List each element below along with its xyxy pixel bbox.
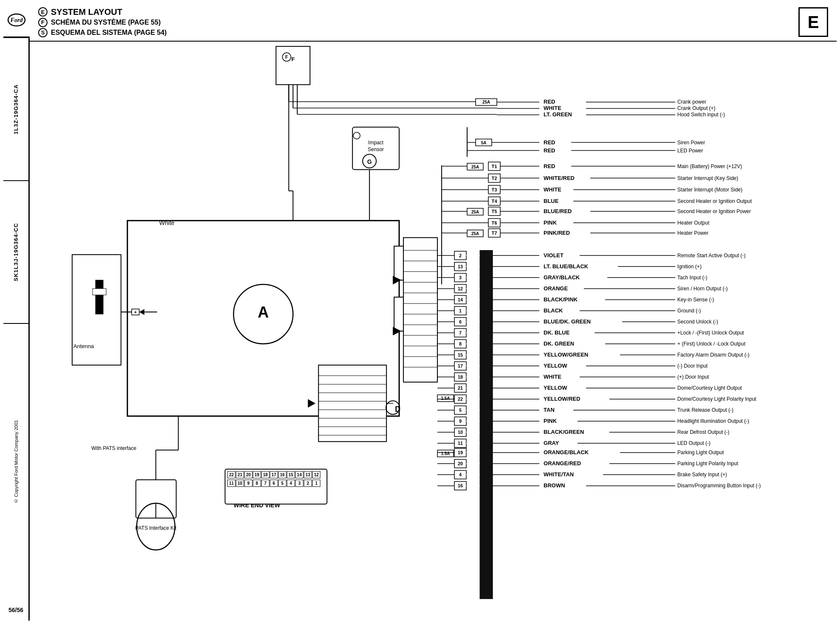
- svg-text:+ (First) Unlock / -Lock Outpu: + (First) Unlock / -Lock Output: [678, 341, 746, 347]
- svg-text:Parking Light Polarity Input: Parking Light Polarity Input: [678, 461, 739, 467]
- svg-text:WHITE: WHITE: [543, 105, 561, 111]
- svg-text:15: 15: [288, 472, 294, 477]
- svg-text:21: 21: [238, 472, 243, 477]
- svg-text:Heater Output: Heater Output: [678, 220, 710, 226]
- svg-text:YELLOW/RED: YELLOW/RED: [543, 396, 580, 402]
- svg-text:Second Heater or Ignition Outp: Second Heater or Ignition Output: [678, 198, 752, 204]
- svg-text:7: 7: [459, 330, 462, 335]
- svg-text:16: 16: [458, 483, 463, 488]
- svg-text:(+) Door Input: (+) Door Input: [678, 374, 709, 380]
- subtitle-s-text: ESQUEMA DEL SISTEMA (PAGE 54): [51, 29, 167, 37]
- svg-text:WHITE/RED: WHITE/RED: [543, 175, 574, 181]
- svg-text:5: 5: [459, 408, 462, 413]
- svg-rect-311: [92, 289, 106, 295]
- svg-text:Heater Power: Heater Power: [678, 230, 708, 236]
- svg-text:PINK/RED: PINK/RED: [543, 230, 570, 236]
- svg-text:Crank Output (+): Crank Output (+): [678, 105, 716, 111]
- svg-text:BLUE/RED: BLUE/RED: [543, 208, 571, 214]
- svg-text:7: 7: [264, 481, 267, 486]
- svg-text:ORANGE: ORANGE: [543, 285, 568, 292]
- svg-text:With PATS interface: With PATS interface: [91, 445, 137, 451]
- svg-text:PINK: PINK: [543, 418, 557, 424]
- svg-text:(-) Door Input: (-) Door Input: [678, 363, 708, 369]
- svg-text:8: 8: [459, 341, 462, 346]
- svg-text:Brake Safety Input (+): Brake Safety Input (+): [678, 472, 727, 478]
- svg-text:GRAY/BLACK: GRAY/BLACK: [543, 274, 580, 281]
- svg-text:1: 1: [459, 308, 462, 313]
- svg-text:DK. GREEN: DK. GREEN: [543, 340, 574, 347]
- svg-text:17: 17: [458, 363, 463, 368]
- circle-e: E: [38, 7, 48, 17]
- svg-text:5: 5: [281, 481, 284, 486]
- svg-text:F: F: [291, 56, 295, 62]
- svg-rect-2: [276, 46, 310, 84]
- svg-text:F: F: [285, 54, 288, 59]
- svg-text:11: 11: [229, 481, 234, 486]
- svg-text:PATS Interface Kit: PATS Interface Kit: [135, 525, 177, 531]
- svg-text:YELLOW/GREEN: YELLOW/GREEN: [543, 351, 588, 358]
- svg-text:PINK: PINK: [543, 219, 557, 226]
- ford-logo: Ford: [3, 3, 30, 37]
- svg-text:Dome/Courtesy Light Polarity I: Dome/Courtesy Light Polarity Input: [678, 396, 757, 402]
- circle-s: S: [38, 28, 48, 37]
- svg-text:25A: 25A: [471, 210, 479, 214]
- svg-text:4: 4: [459, 472, 462, 477]
- svg-text:Hood Switch input (-): Hood Switch input (-): [678, 112, 725, 118]
- svg-text:1.5A: 1.5A: [441, 396, 450, 401]
- svg-text:25A: 25A: [482, 100, 490, 104]
- svg-text:BROWN: BROWN: [543, 482, 565, 489]
- svg-text:Second Unlock (-): Second Unlock (-): [678, 319, 718, 325]
- svg-text:BLACK: BLACK: [543, 307, 563, 314]
- svg-text:ORANGE/RED: ORANGE/RED: [543, 460, 581, 467]
- svg-text:G: G: [367, 158, 372, 165]
- svg-point-324: [353, 132, 360, 139]
- svg-text:Second Heater or Ignition Powe: Second Heater or Ignition Power: [678, 208, 751, 214]
- svg-text:VIOLET: VIOLET: [543, 252, 563, 259]
- svg-text:Ford: Ford: [10, 17, 23, 23]
- svg-text:Siren / Horn Output (-): Siren / Horn Output (-): [678, 286, 728, 292]
- svg-text:12: 12: [314, 472, 319, 477]
- svg-text:BLACK/PINK: BLACK/PINK: [543, 296, 578, 303]
- svg-text:12: 12: [458, 286, 463, 291]
- svg-text:LT. BLUE/BLACK: LT. BLUE/BLACK: [543, 263, 588, 270]
- svg-text:YELLOW: YELLOW: [543, 385, 567, 391]
- svg-text:3: 3: [459, 275, 462, 280]
- svg-text:WHITE/TAN: WHITE/TAN: [543, 471, 574, 478]
- svg-text:BLUE/DK. GREEN: BLUE/DK. GREEN: [543, 318, 591, 325]
- header-subtitle-f: F SCHÉMA DU SYSTÈME (PAGE 55): [38, 18, 798, 27]
- svg-text:22: 22: [229, 472, 234, 477]
- svg-text:WHITE: WHITE: [543, 374, 561, 380]
- svg-text:6: 6: [459, 319, 462, 324]
- header-e-box: E: [798, 7, 828, 37]
- main-content: E SYSTEM LAYOUT F SCHÉMA DU SYSTÈME (PAG…: [30, 3, 837, 621]
- svg-text:20: 20: [458, 461, 463, 466]
- svg-text:+Lock / -(First) Unlock Output: +Lock / -(First) Unlock Output: [678, 330, 745, 336]
- svg-text:11: 11: [458, 441, 463, 446]
- header-subtitle-s: S ESQUEMA DEL SISTEMA (PAGE 54): [38, 28, 798, 37]
- page-number: 56/56: [3, 599, 28, 621]
- subtitle-f-text: SCHÉMA DU SYSTÈME (PAGE 55): [51, 19, 161, 26]
- svg-text:8: 8: [256, 481, 258, 486]
- svg-text:9: 9: [247, 481, 250, 486]
- svg-text:BLACK/GREEN: BLACK/GREEN: [543, 429, 584, 435]
- svg-text:14: 14: [458, 297, 463, 302]
- svg-text:10: 10: [458, 430, 463, 435]
- svg-text:2: 2: [459, 253, 462, 258]
- svg-text:Remote Start Active Output (-): Remote Start Active Output (-): [678, 253, 746, 259]
- svg-text:Factory Alarm Disarm Output (-: Factory Alarm Disarm Output (-): [678, 352, 750, 358]
- svg-text:LT. GREEN: LT. GREEN: [543, 111, 572, 118]
- svg-text:BLUE: BLUE: [543, 198, 559, 204]
- svg-text:White: White: [159, 219, 174, 226]
- svg-text:16: 16: [280, 472, 285, 477]
- svg-text:Starter Interrupt (Key Side): Starter Interrupt (Key Side): [678, 175, 738, 181]
- svg-text:T6: T6: [492, 220, 497, 225]
- svg-text:Disarm/Programming Button Inpu: Disarm/Programming Button Input (-): [678, 483, 761, 489]
- part-num-1: 1L3Z-19G364-CA: [3, 37, 28, 180]
- svg-rect-259: [403, 238, 437, 382]
- svg-text:21: 21: [458, 385, 463, 391]
- wiring-diagram-svg: F F 25A RED Crank power WHITE Crank Outp…: [30, 42, 837, 621]
- svg-text:Sensor: Sensor: [368, 146, 384, 152]
- svg-text:19: 19: [255, 472, 260, 477]
- svg-rect-95: [480, 250, 493, 599]
- svg-text:Key-in Sense (-): Key-in Sense (-): [678, 297, 714, 303]
